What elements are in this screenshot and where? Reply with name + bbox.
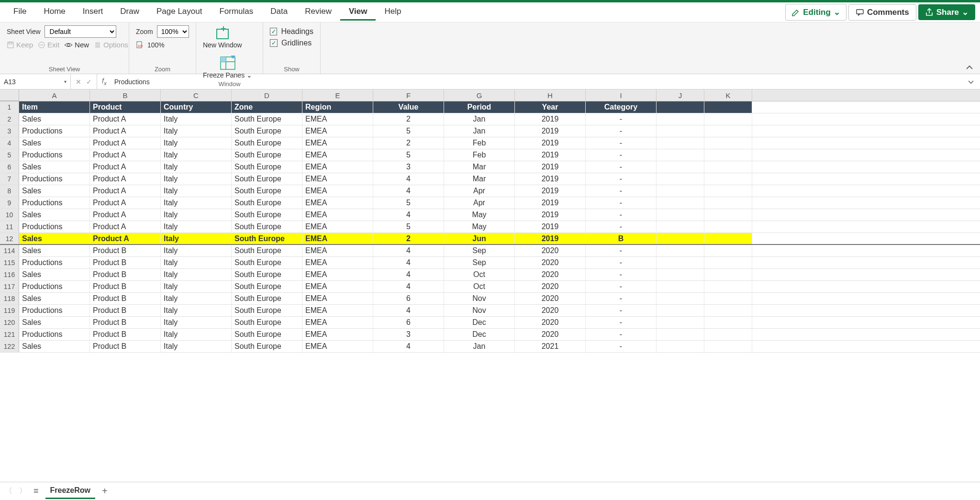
- cell[interactable]: -: [586, 173, 657, 185]
- cell[interactable]: South Europe: [232, 125, 302, 137]
- share-button[interactable]: Share ⌄: [918, 4, 975, 20]
- cell[interactable]: Item: [19, 101, 90, 113]
- cell[interactable]: Feb: [444, 149, 515, 161]
- cell[interactable]: South Europe: [232, 149, 302, 161]
- menu-help[interactable]: Help: [376, 4, 410, 21]
- cell[interactable]: 2019: [515, 161, 586, 173]
- row-header[interactable]: 10: [0, 209, 19, 221]
- cell[interactable]: 4: [373, 173, 444, 185]
- cell[interactable]: Apr: [444, 185, 515, 197]
- sheet-tab[interactable]: FreezeRow: [45, 483, 95, 499]
- col-header[interactable]: B: [90, 89, 161, 101]
- cell[interactable]: Italy: [161, 305, 232, 316]
- cell[interactable]: [704, 221, 752, 233]
- cell[interactable]: Product A: [90, 173, 161, 185]
- cell[interactable]: Product B: [90, 281, 161, 292]
- cell[interactable]: May: [444, 209, 515, 221]
- cell[interactable]: 2019: [515, 149, 586, 161]
- col-header[interactable]: D: [232, 89, 302, 101]
- cell[interactable]: Italy: [161, 317, 232, 328]
- cell[interactable]: Product A: [90, 113, 161, 125]
- cell[interactable]: 2019: [515, 113, 586, 125]
- cell[interactable]: South Europe: [232, 341, 302, 352]
- cell[interactable]: South Europe: [232, 221, 302, 233]
- cell[interactable]: 2020: [515, 257, 586, 268]
- cell[interactable]: -: [586, 281, 657, 292]
- cell[interactable]: South Europe: [232, 161, 302, 173]
- row-header[interactable]: 6: [0, 161, 19, 173]
- cell[interactable]: Sales: [19, 233, 90, 244]
- cell[interactable]: Product: [90, 101, 161, 113]
- add-sheet-button[interactable]: +: [102, 486, 108, 497]
- cell[interactable]: -: [586, 341, 657, 352]
- headings-checkbox[interactable]: ✓Headings: [270, 27, 313, 36]
- cell[interactable]: 4: [373, 269, 444, 280]
- cell[interactable]: [657, 113, 704, 125]
- cell[interactable]: 2019: [515, 197, 586, 209]
- cell[interactable]: [657, 281, 704, 292]
- cell[interactable]: Year: [515, 101, 586, 113]
- cell[interactable]: Zone: [232, 101, 302, 113]
- cell[interactable]: Sales: [19, 245, 90, 256]
- cell[interactable]: [657, 269, 704, 280]
- cell[interactable]: 2: [373, 137, 444, 149]
- cell[interactable]: Product A: [90, 197, 161, 209]
- menu-formulas[interactable]: Formulas: [211, 4, 262, 21]
- cell[interactable]: [657, 161, 704, 173]
- cell[interactable]: Oct: [444, 269, 515, 280]
- cell[interactable]: EMEA: [302, 185, 373, 197]
- cell[interactable]: [657, 209, 704, 221]
- cell[interactable]: Sales: [19, 293, 90, 304]
- cell[interactable]: Productions: [19, 257, 90, 268]
- cell[interactable]: Sales: [19, 209, 90, 221]
- menu-review[interactable]: Review: [296, 4, 340, 21]
- row-header[interactable]: 115: [0, 257, 19, 268]
- cell[interactable]: [704, 329, 752, 340]
- cell[interactable]: 2019: [515, 185, 586, 197]
- cell[interactable]: Italy: [161, 125, 232, 137]
- cell[interactable]: Sales: [19, 137, 90, 149]
- cell[interactable]: 3: [373, 161, 444, 173]
- row-header[interactable]: 116: [0, 269, 19, 280]
- cell[interactable]: -: [586, 269, 657, 280]
- cell[interactable]: Italy: [161, 197, 232, 209]
- cell[interactable]: Product B: [90, 245, 161, 256]
- cell[interactable]: -: [586, 197, 657, 209]
- cell[interactable]: Italy: [161, 257, 232, 268]
- cell[interactable]: EMEA: [302, 233, 373, 244]
- col-header[interactable]: G: [444, 89, 515, 101]
- cell[interactable]: [704, 125, 752, 137]
- cell[interactable]: Product A: [90, 221, 161, 233]
- cell[interactable]: South Europe: [232, 173, 302, 185]
- sheetview-new[interactable]: New: [64, 41, 89, 49]
- cell[interactable]: EMEA: [302, 137, 373, 149]
- row-header[interactable]: 5: [0, 149, 19, 161]
- cell[interactable]: 2020: [515, 245, 586, 256]
- cell[interactable]: Product A: [90, 125, 161, 137]
- cell[interactable]: South Europe: [232, 197, 302, 209]
- col-header[interactable]: J: [657, 89, 704, 101]
- cell[interactable]: EMEA: [302, 293, 373, 304]
- cell[interactable]: EMEA: [302, 113, 373, 125]
- cell[interactable]: [657, 149, 704, 161]
- menu-insert[interactable]: Insert: [74, 4, 112, 21]
- sheetview-select[interactable]: Default: [45, 25, 116, 38]
- row-header[interactable]: 12: [0, 233, 19, 244]
- cell[interactable]: Sales: [19, 269, 90, 280]
- cell[interactable]: Productions: [19, 125, 90, 137]
- cell[interactable]: Italy: [161, 329, 232, 340]
- cell[interactable]: 2019: [515, 137, 586, 149]
- cell[interactable]: South Europe: [232, 185, 302, 197]
- cell[interactable]: South Europe: [232, 257, 302, 268]
- cell[interactable]: 4: [373, 281, 444, 292]
- menu-data[interactable]: Data: [262, 4, 296, 21]
- col-header[interactable]: A: [19, 89, 90, 101]
- col-header[interactable]: H: [515, 89, 586, 101]
- cell[interactable]: Nov: [444, 305, 515, 316]
- menu-file[interactable]: File: [5, 4, 35, 21]
- cell[interactable]: Product B: [90, 317, 161, 328]
- cell[interactable]: Sales: [19, 161, 90, 173]
- col-header[interactable]: E: [302, 89, 373, 101]
- row-header[interactable]: 1: [0, 101, 19, 113]
- cell[interactable]: Italy: [161, 341, 232, 352]
